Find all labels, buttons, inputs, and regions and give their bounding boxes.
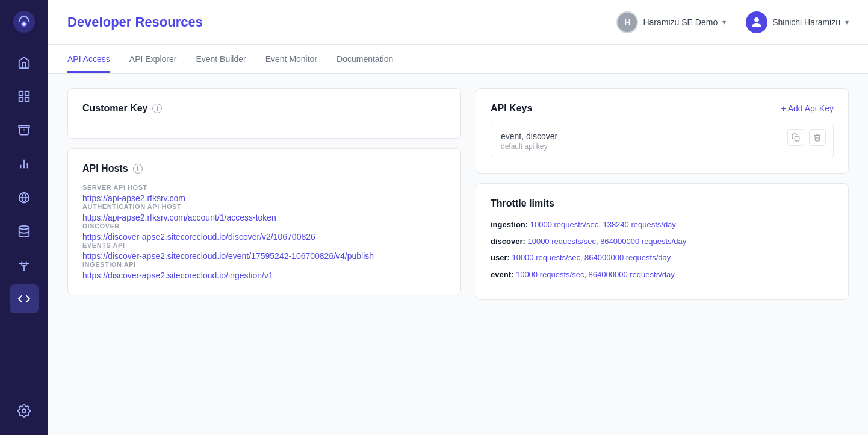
tab-documentation[interactable]: Documentation [336, 45, 393, 73]
header: Developer Resources H Haramizu SE Demo ▾… [48, 0, 868, 45]
svg-rect-6 [25, 98, 29, 101]
sidebar-item-code[interactable] [10, 284, 39, 313]
api-hosts-card: API Hosts i SERVER API HOST https://api-… [67, 148, 461, 295]
api-keys-header: API Keys + Add Api Key [491, 103, 834, 114]
events-api-label: EVENTS API [82, 242, 446, 249]
throttle-user-value: 10000 requests/sec, 864000000 requests/d… [512, 253, 671, 262]
throttle-discover-value: 10000 requests/sec, 864000000 requests/d… [527, 237, 686, 246]
svg-rect-4 [25, 92, 29, 95]
throttle-discover-label: discover: [491, 237, 525, 246]
tab-event-monitor[interactable]: Event Monitor [265, 45, 317, 73]
sidebar [0, 0, 48, 435]
throttle-row-ingestion: ingestion: 10000 requests/sec, 138240 re… [491, 219, 834, 231]
server-api-host-value: https://api-apse2.rfksrv.com [82, 193, 446, 203]
sidebar-item-globe[interactable] [10, 183, 39, 212]
throttle-title: Throttle limits [491, 198, 834, 209]
api-host-field-0: SERVER API HOST https://api-apse2.rfksrv… [82, 184, 446, 203]
sidebar-item-grid[interactable] [10, 82, 39, 111]
sidebar-item-settings[interactable] [10, 396, 39, 425]
api-hosts-title: API Hosts i [82, 163, 446, 174]
svg-point-13 [22, 409, 26, 413]
user-name: Shinichi Haramizu [772, 17, 840, 27]
throttle-row-user: user: 10000 requests/sec, 864000000 requ… [491, 252, 834, 264]
sidebar-item-home[interactable] [10, 48, 39, 77]
sidebar-item-database[interactable] [10, 217, 39, 246]
tabs: API Access API Explorer Event Builder Ev… [48, 45, 868, 74]
key-row-actions [787, 129, 826, 146]
ingestion-api-label: INGESTION API [82, 261, 446, 268]
auth-api-host-label: AUTHENTICATION API HOST [82, 203, 446, 210]
copy-key-button[interactable] [787, 129, 804, 146]
throttle-row-event: event: 10000 requests/sec, 864000000 req… [491, 269, 834, 281]
api-host-field-1: AUTHENTICATION API HOST https://api-apse… [82, 203, 446, 222]
auth-api-host-value: https://api-apse2.rfksrv.com/account/1/a… [82, 213, 446, 222]
server-api-host-label: SERVER API HOST [82, 184, 446, 191]
left-column: Customer Key i API Hosts i SERVER API HO… [67, 88, 461, 421]
svg-point-12 [19, 226, 29, 230]
customer-key-label: Customer Key [82, 103, 147, 114]
customer-key-title: Customer Key i [82, 103, 446, 114]
api-host-field-3: EVENTS API https://discover-apse2.siteco… [82, 242, 446, 261]
main-content: Developer Resources H Haramizu SE Demo ▾… [48, 0, 868, 435]
customer-key-card: Customer Key i [67, 88, 461, 139]
throttle-ingestion-label: ingestion: [491, 220, 528, 229]
user-menu[interactable]: Shinichi Haramizu ▾ [746, 11, 849, 33]
tab-api-explorer[interactable]: API Explorer [129, 45, 177, 73]
throttle-limits-card: Throttle limits ingestion: 10000 request… [476, 183, 849, 300]
api-hosts-info-icon[interactable]: i [133, 164, 143, 174]
api-host-field-4: INGESTION API https://discover-apse2.sit… [82, 261, 446, 280]
app-logo[interactable] [12, 10, 36, 34]
discover-label: DISCOVER [82, 222, 446, 230]
account-name: Haramizu SE Demo [643, 17, 718, 27]
account-chevron-icon: ▾ [722, 18, 726, 27]
add-api-key-button[interactable]: + Add Api Key [781, 104, 834, 113]
discover-value: https://discover-apse2.sitecorecloud.io/… [82, 232, 446, 242]
page-title: Developer Resources [67, 14, 203, 30]
right-column: API Keys + Add Api Key [476, 88, 849, 421]
content-area: Customer Key i API Hosts i SERVER API HO… [48, 74, 868, 435]
delete-key-button[interactable] [809, 129, 826, 146]
throttle-user-label: user: [491, 253, 510, 262]
svg-rect-3 [19, 92, 23, 95]
user-chevron-icon: ▾ [845, 18, 849, 27]
ingestion-api-value: https://discover-apse2.sitecorecloud.io/… [82, 271, 446, 280]
sidebar-item-plug[interactable] [10, 251, 39, 280]
api-hosts-label: API Hosts [82, 163, 128, 174]
account-switcher[interactable]: H Haramizu SE Demo ▾ [616, 11, 726, 33]
api-host-field-2: DISCOVER https://discover-apse2.sitecore… [82, 222, 446, 242]
throttle-ingestion-value: 10000 requests/sec, 138240 requests/day [530, 220, 676, 229]
account-avatar: H [616, 11, 638, 33]
customer-key-info-icon[interactable]: i [152, 104, 162, 113]
api-key-name: event, discover [501, 131, 823, 141]
tab-api-access[interactable]: API Access [67, 45, 110, 73]
svg-rect-5 [19, 98, 23, 101]
api-key-row: event, discover default api key [491, 124, 834, 158]
sidebar-item-chart[interactable] [10, 149, 39, 178]
api-key-description: default api key [501, 142, 823, 151]
tab-event-builder[interactable]: Event Builder [196, 45, 246, 73]
header-right: H Haramizu SE Demo ▾ Shinichi Haramizu ▾ [616, 11, 849, 33]
svg-point-2 [23, 23, 26, 26]
throttle-row-discover: discover: 10000 requests/sec, 864000000 … [491, 236, 834, 248]
api-keys-title: API Keys [491, 103, 532, 114]
svg-rect-14 [795, 136, 799, 141]
api-keys-card: API Keys + Add Api Key [476, 88, 849, 174]
sidebar-item-puzzle[interactable] [10, 116, 39, 145]
user-avatar [746, 11, 767, 33]
sidebar-bottom [10, 396, 39, 425]
sidebar-nav [10, 48, 39, 396]
header-divider [736, 13, 736, 32]
throttle-event-value: 10000 requests/sec, 864000000 requests/d… [516, 270, 675, 279]
events-api-value: https://discover-apse2.sitecorecloud.io/… [82, 251, 446, 261]
throttle-event-label: event: [491, 270, 513, 279]
